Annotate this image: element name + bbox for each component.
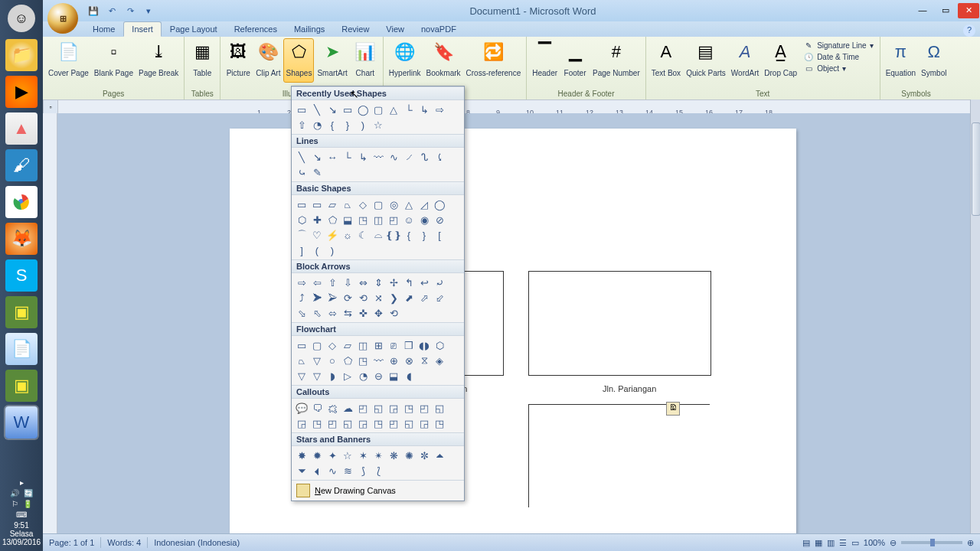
callout-cloud-icon[interactable]: ☁ (340, 400, 355, 416)
bookmark-button[interactable]: 🔖Bookmark (424, 38, 463, 83)
shape-oval-icon[interactable]: ◯ (355, 102, 371, 117)
arrow-call3-icon[interactable]: ⬂ (294, 305, 309, 321)
zoom-out-button[interactable]: ⊖ (890, 538, 897, 548)
symbol-button[interactable]: ΩSymbol (919, 38, 949, 83)
flow-stored-icon[interactable]: ◗ (325, 368, 340, 383)
flow-tape-icon[interactable]: 〰 (371, 353, 386, 368)
banner-down-icon[interactable]: ⏷ (294, 463, 309, 478)
cross-reference-button[interactable]: 🔁Cross-reference (464, 38, 524, 83)
shape-line-icon[interactable]: ╲ (309, 102, 325, 117)
callout-b2-icon[interactable]: ◱ (432, 400, 447, 416)
star-explode2-icon[interactable]: ✹ (309, 448, 325, 463)
hyperlink-button[interactable]: 🌐Hyperlink (387, 38, 423, 83)
callout-a4-icon[interactable]: ◳ (371, 416, 386, 431)
zoom-slider[interactable] (901, 541, 962, 544)
basic-tri-icon[interactable]: △ (401, 197, 416, 212)
basic-ring-icon[interactable]: ◉ (416, 212, 432, 227)
taskbar-notepad[interactable]: 📄 (5, 333, 38, 365)
line-elbow2-icon[interactable]: ↳ (355, 149, 371, 165)
taskbar-skype[interactable]: S (5, 259, 38, 292)
line-icon[interactable]: ╲ (294, 149, 309, 165)
basic-donut-icon[interactable]: ◎ (386, 197, 401, 212)
volume-icon[interactable]: 🔊 (10, 489, 19, 497)
arrow-ud-icon[interactable]: ⇕ (371, 275, 386, 290)
banner-scroll1-icon[interactable]: ⟆ (355, 463, 371, 478)
arrow-cl-icon[interactable]: ⟳ (340, 290, 355, 305)
shape-textbox-icon[interactable]: ▭ (294, 102, 309, 117)
drop-cap-button[interactable]: A̲Drop Cap (762, 38, 799, 83)
smart-tag-icon[interactable]: 🖻 (666, 402, 680, 416)
basic-round-icon[interactable]: ▢ (371, 197, 386, 212)
flow-seq-icon[interactable]: ◔ (355, 368, 371, 383)
arrow-call4-icon[interactable]: ⬁ (309, 305, 325, 321)
line-connector3-icon[interactable]: ✎ (309, 165, 325, 180)
callout-l2-icon[interactable]: ◱ (371, 400, 386, 416)
flow-coll-icon[interactable]: ⧖ (416, 353, 432, 368)
callout-c4-icon[interactable]: ◳ (432, 416, 447, 431)
arrow-curve-icon[interactable]: ⤾ (432, 275, 447, 290)
close-button[interactable]: ✕ (958, 3, 979, 18)
picture-button[interactable]: 🖼Picture (224, 38, 253, 83)
clip-art-button[interactable]: 🎨Clip Art (253, 38, 283, 83)
flow-sum-icon[interactable]: ⊕ (386, 353, 401, 368)
arrow-call5-icon[interactable]: ⬄ (325, 305, 340, 321)
flow-sort-icon[interactable]: ◈ (432, 353, 447, 368)
basic-heart-icon[interactable]: ♡ (309, 227, 325, 243)
tab-view[interactable]: View (377, 21, 413, 37)
basic-lbracket-icon[interactable]: [ (432, 227, 447, 243)
flow-ext-icon[interactable]: ▽ (294, 368, 309, 383)
arrow-call2-icon[interactable]: ⬃ (432, 290, 447, 305)
undo-icon[interactable]: ↶ (106, 5, 118, 17)
arrow-x1-icon[interactable]: ✜ (355, 305, 371, 321)
redo-icon[interactable]: ↷ (124, 5, 136, 17)
callout-oval-icon[interactable]: 🗯 (325, 400, 340, 416)
banner-curved-icon[interactable]: ⏴ (309, 463, 325, 478)
callout-c3-icon[interactable]: ◲ (416, 416, 432, 431)
line-double-icon[interactable]: ↔ (325, 149, 340, 165)
cover-page-button[interactable]: 📄Cover Page (46, 38, 91, 83)
taskbar-paint[interactable]: 🖌 (5, 149, 38, 181)
arrow-call6-icon[interactable]: ⇆ (340, 305, 355, 321)
banner-dbl-icon[interactable]: ≋ (340, 463, 355, 478)
callout-round-icon[interactable]: 🗨 (309, 400, 325, 416)
callout-b1-icon[interactable]: ◰ (416, 400, 432, 416)
arrow-quad-icon[interactable]: ✢ (386, 275, 401, 290)
chart-button[interactable]: 📊Chart (351, 38, 380, 83)
view-draft-icon[interactable]: ▭ (851, 538, 859, 548)
office-button[interactable]: ⊞ (47, 3, 78, 34)
tab-mailings[interactable]: Mailings (286, 21, 333, 37)
shape-star-icon[interactable]: ☆ (371, 117, 386, 132)
tab-review[interactable]: Review (333, 21, 377, 37)
zoom-level[interactable]: 100% (864, 538, 885, 547)
arrow-striped-icon[interactable]: ⮞ (309, 290, 325, 305)
taskbar-folder[interactable]: 📁 (5, 39, 38, 71)
basic-smile-icon[interactable]: ☺ (401, 212, 416, 227)
flow-conn-icon[interactable]: ○ (325, 353, 340, 368)
qat-dropdown-icon[interactable]: ▾ (142, 5, 155, 17)
scrollbar-thumb[interactable] (972, 122, 980, 216)
flow-disp-icon[interactable]: ◖ (401, 368, 416, 383)
banner-wave-icon[interactable]: ∿ (325, 463, 340, 478)
basic-can-icon[interactable]: ⬓ (340, 212, 355, 227)
callout-c2-icon[interactable]: ◱ (401, 416, 416, 431)
arrow-left-icon[interactable]: ⇦ (309, 275, 325, 290)
page-break-button[interactable]: ⤓Page Break (136, 38, 181, 83)
arrow-right-icon[interactable]: ⇨ (294, 275, 309, 290)
basic-fold-icon[interactable]: ◰ (386, 212, 401, 227)
basic-arc2-icon[interactable]: ⌓ (371, 227, 386, 243)
flow-prep-icon[interactable]: ⬡ (432, 337, 447, 353)
basic-rect-icon[interactable]: ▭ (309, 197, 325, 212)
flow-data-icon[interactable]: ▱ (340, 337, 355, 353)
taskbar-word[interactable]: W (5, 406, 38, 439)
flow-man-icon[interactable]: ⏢ (294, 353, 309, 368)
shape-callout-icon[interactable]: ◔ (309, 117, 325, 132)
save-icon[interactable]: 💾 (87, 5, 100, 17)
arrow-chev-icon[interactable]: ❯ (386, 290, 401, 305)
shape-elbow-icon[interactable]: └ (401, 102, 416, 117)
flow-alt-icon[interactable]: ▢ (309, 337, 325, 353)
flow-manop-icon[interactable]: ▽ (309, 353, 325, 368)
arrow-notched-icon[interactable]: ⮚ (325, 290, 340, 305)
smartart-button[interactable]: ➤SmartArt (315, 38, 349, 83)
basic-rcurly-icon[interactable]: ) (325, 243, 340, 258)
flow-off-icon[interactable]: ⬠ (340, 353, 355, 368)
